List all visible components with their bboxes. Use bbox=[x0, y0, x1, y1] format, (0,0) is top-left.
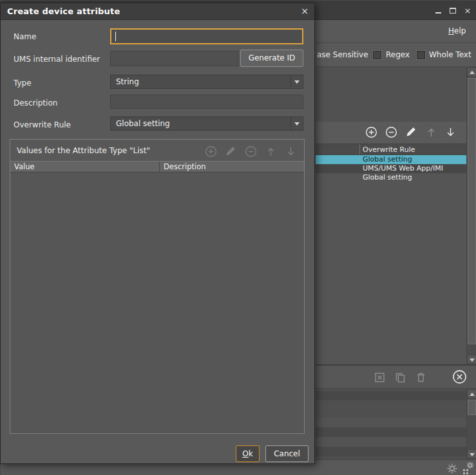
search-options-row: ase Sensitive Regex Whole Text bbox=[316, 43, 476, 67]
cancel-button[interactable]: Cancel bbox=[265, 445, 309, 462]
ok-button[interactable]: Ok bbox=[236, 445, 260, 462]
edit-value-pencil-icon[interactable] bbox=[225, 145, 237, 157]
description-label: Description bbox=[14, 98, 57, 107]
results-empty-area bbox=[316, 182, 466, 364]
table-row[interactable]: Global setting bbox=[316, 155, 466, 164]
overwrite-rule-label: Overwrite Rule bbox=[14, 120, 71, 129]
minimize-button[interactable] bbox=[433, 6, 443, 15]
values-panel: Values for the Attribute Type "List" Val… bbox=[10, 139, 305, 434]
row-stripe bbox=[316, 427, 466, 437]
minimize-icon bbox=[435, 12, 441, 14]
delete-trash-icon[interactable] bbox=[415, 371, 427, 384]
row-stripe bbox=[316, 437, 466, 447]
scroll-up-button[interactable] bbox=[467, 389, 476, 398]
scroll-up-button[interactable] bbox=[467, 68, 476, 77]
regex-label: Regex bbox=[386, 50, 410, 59]
results-vertical-scrollbar[interactable] bbox=[466, 68, 476, 364]
type-value: String bbox=[116, 75, 139, 88]
overwrite-rule-value: Global setting bbox=[116, 117, 170, 130]
overwrite-rule-column-header[interactable]: Overwrite Rule bbox=[363, 145, 415, 154]
whole-text-checkbox[interactable] bbox=[417, 51, 425, 59]
values-table-body bbox=[10, 173, 304, 433]
values-table-header: Value Description bbox=[10, 161, 304, 172]
name-label: Name bbox=[14, 32, 36, 41]
clear-selection-icon[interactable] bbox=[374, 371, 386, 384]
name-input[interactable] bbox=[110, 28, 303, 44]
generate-id-button[interactable]: Generate ID bbox=[240, 50, 303, 67]
create-device-attribute-dialog: Create device attribute × Name UMS inter… bbox=[0, 3, 315, 464]
maximize-button[interactable] bbox=[448, 6, 457, 15]
value-column-header[interactable]: Value bbox=[10, 162, 159, 172]
regex-checkbox[interactable] bbox=[373, 51, 381, 59]
settings-gear-icon[interactable] bbox=[446, 462, 459, 475]
ums-identifier-input[interactable] bbox=[110, 51, 238, 66]
results-rows: Global setting UMS/UMS Web App/IMI Globa… bbox=[316, 155, 466, 182]
results-table-header: Overwrite Rule bbox=[316, 144, 466, 155]
chevron-down-icon bbox=[290, 117, 303, 130]
close-circle-icon[interactable] bbox=[452, 369, 467, 384]
lower-panel bbox=[316, 389, 476, 460]
case-sensitive-label: ase Sensitive bbox=[317, 50, 368, 59]
copy-icon[interactable] bbox=[394, 371, 406, 384]
text-caret bbox=[115, 32, 116, 41]
scrollbar-thumb[interactable] bbox=[468, 400, 476, 415]
add-value-icon[interactable] bbox=[205, 145, 217, 158]
results-panel: Overwrite Rule Global setting UMS/UMS We… bbox=[316, 67, 476, 364]
dialog-title: Create device attribute bbox=[7, 3, 120, 19]
table-row[interactable]: UMS/UMS Web App/IMI bbox=[316, 164, 466, 173]
description-input[interactable] bbox=[110, 95, 303, 109]
scroll-down-button[interactable] bbox=[467, 449, 476, 458]
move-up-icon[interactable] bbox=[425, 126, 437, 138]
row-stripe bbox=[316, 418, 466, 427]
list-item bbox=[316, 391, 466, 400]
chevron-down-icon bbox=[290, 75, 303, 88]
maximize-icon bbox=[450, 8, 456, 14]
type-dropdown[interactable]: String bbox=[110, 75, 303, 89]
edit-pencil-icon[interactable] bbox=[405, 126, 417, 138]
window-controls: × bbox=[433, 6, 472, 15]
description-column-header[interactable]: Description bbox=[160, 162, 304, 172]
ums-identifier-label: UMS internal identifier bbox=[14, 55, 100, 64]
help-row: Help bbox=[316, 20, 476, 43]
move-value-down-icon[interactable] bbox=[285, 145, 297, 158]
lower-vertical-scrollbar[interactable] bbox=[466, 389, 476, 460]
row-stripe bbox=[316, 447, 466, 456]
values-panel-title: Values for the Attribute Type "List" bbox=[17, 146, 150, 155]
services-gear-icon[interactable] bbox=[461, 461, 475, 475]
remove-icon[interactable] bbox=[385, 126, 397, 138]
move-down-icon[interactable] bbox=[444, 126, 457, 138]
close-icon: × bbox=[464, 6, 471, 15]
column-divider bbox=[359, 144, 360, 154]
results-toolbar bbox=[316, 122, 466, 144]
table-row[interactable]: Global setting bbox=[316, 173, 466, 182]
remove-value-icon[interactable] bbox=[245, 145, 257, 158]
overwrite-rule-dropdown[interactable]: Global setting bbox=[110, 116, 303, 131]
whole-text-label: Whole Text bbox=[429, 50, 471, 59]
dialog-close-button[interactable]: × bbox=[301, 3, 309, 19]
add-icon[interactable] bbox=[365, 126, 377, 138]
dialog-titlebar[interactable]: Create device attribute × bbox=[1, 3, 314, 20]
move-value-up-icon[interactable] bbox=[265, 145, 277, 158]
help-button[interactable]: Help bbox=[448, 20, 466, 42]
scroll-down-button[interactable] bbox=[467, 355, 476, 364]
window-close-button[interactable]: × bbox=[463, 6, 472, 15]
type-label: Type bbox=[14, 79, 32, 88]
lower-toolbar bbox=[316, 366, 476, 389]
scrollbar-thumb[interactable] bbox=[468, 78, 476, 344]
